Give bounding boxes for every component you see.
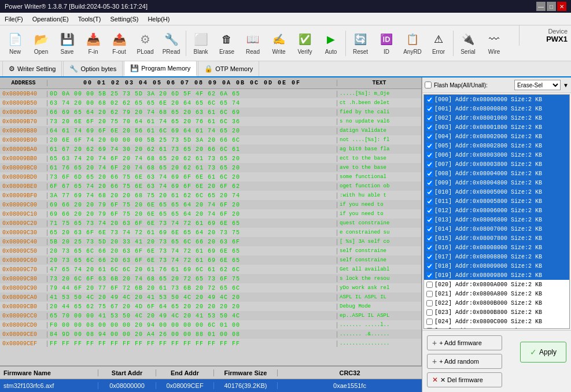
tb-write-button[interactable]: ✍ Write <box>266 28 292 59</box>
titlebar: Power Writer® 1.3.8.7 [Build:2024-05-30 … <box>0 0 571 13</box>
flash-list: [000] Addr:0x08000000 Size:2 KB [001] Ad… <box>423 94 570 329</box>
hex-row: 0x08009B90 20 6E 6F 74 20 00 00 00 5B 25… <box>0 135 421 145</box>
tb-verify-button[interactable]: ✅ Verify <box>292 28 318 59</box>
flash-list-item[interactable]: [006] Addr:0x08003000 Size:2 KB <box>424 150 569 160</box>
tb-erase-label: Erase <box>219 49 234 55</box>
flash-list-item[interactable]: [020] Addr:0x0800A000 Size:2 KB <box>424 280 569 289</box>
flash-list-item[interactable]: [010] Addr:0x08005000 Size:2 KB <box>424 187 569 197</box>
fw-header-name: Firmware Name <box>0 369 98 376</box>
tb-save-label: Save <box>61 49 74 55</box>
menu-tools[interactable]: Tools(T) <box>73 14 106 24</box>
flash-list-item[interactable]: [002] Addr:0x08001000 Size:2 KB <box>424 113 569 123</box>
flash-list-item[interactable]: [014] Addr:0x08007000 Size:2 KB <box>424 224 569 234</box>
tb-open-button[interactable]: 📂 Open <box>28 28 54 59</box>
flash-list-item[interactable]: [025] Addr:0x0800C800 Size:2 KB <box>424 326 569 329</box>
tab-writer-setting-label: Writer Setting <box>17 65 56 72</box>
id-icon: 🆔 <box>378 31 395 47</box>
fw-row-crc: 0xae1551fc <box>278 382 422 389</box>
add-firmware-icon: + <box>432 338 437 347</box>
flash-list-item[interactable]: [009] Addr:0x08004800 Size:2 KB <box>424 178 569 187</box>
hex-row: 0x08009C00 69 66 20 20 79 6F 75 20 6E 65… <box>0 200 421 209</box>
flash-list-item[interactable]: [017] Addr:0x08008800 Size:2 KB <box>424 252 569 261</box>
toolbar-sep-2 <box>345 31 346 56</box>
add-firmware-label: + Add firmware <box>439 339 482 346</box>
hex-row: 0x08009C30 65 20 63 6F 6E 73 74 72 61 69… <box>0 228 421 237</box>
close-button[interactable]: ✕ <box>557 2 566 11</box>
flash-list-item[interactable]: [012] Addr:0x08006000 Size:2 KB <box>424 206 569 215</box>
flash-list-item[interactable]: [001] Addr:0x08000800 Size:2 KB <box>424 104 569 113</box>
writer-setting-icon: ⚙ <box>9 65 15 73</box>
hex-row: 0x08009C90 79 44 6F 20 77 6F 72 6B 20 61… <box>0 283 421 293</box>
tb-save-button[interactable]: 💾 Save <box>54 28 80 59</box>
add-random-button[interactable]: + + Add random <box>427 354 502 369</box>
flash-list-item[interactable]: [018] Addr:0x08009000 Size:2 KB <box>424 261 569 271</box>
tb-pload-button[interactable]: ⚙ PLoad <box>132 28 158 59</box>
flash-list-item[interactable]: [004] Addr:0x08002000 Size:2 KB <box>424 132 569 141</box>
del-firmware-button[interactable]: ✕ ✕ Del firmware <box>427 372 502 387</box>
tb-read-button[interactable]: 📖 Read <box>240 28 266 59</box>
tb-new-button[interactable]: 📄 New <box>2 28 28 59</box>
flash-list-item[interactable]: [000] Addr:0x08000000 Size:2 KB <box>424 95 569 104</box>
menu-operation[interactable]: Operation(E) <box>28 14 73 24</box>
flash-list-item[interactable]: [008] Addr:0x08004000 Size:2 KB <box>424 169 569 178</box>
tab-option-bytes[interactable]: 🔧 Option bytes <box>63 60 123 76</box>
tb-error-button[interactable]: ⚠ Error <box>426 28 451 59</box>
tb-blank-button[interactable]: ⬜ Blank <box>188 28 213 59</box>
tb-anyrd-label: AnyRD <box>403 49 422 55</box>
tb-auto-button[interactable]: ▶ Auto <box>318 28 344 59</box>
flash-list-item[interactable]: [015] Addr:0x08007800 Size:2 KB <box>424 234 569 243</box>
tab-writer-setting[interactable]: ⚙ Writer Setting <box>2 60 62 76</box>
flash-list-item[interactable]: [021] Addr:0x0800A800 Size:2 KB <box>424 289 569 298</box>
toolbar-sep-3 <box>453 31 454 56</box>
fw-row-end: 0x08009CEF <box>156 382 214 389</box>
hex-row: 0x08009B60 66 69 65 64 20 62 79 20 74 68… <box>0 108 421 117</box>
program-memory-icon: 💾 <box>130 64 139 72</box>
menu-file[interactable]: File(F) <box>0 14 28 24</box>
tb-auto-label: Auto <box>325 49 337 55</box>
reset-icon: 🔄 <box>352 31 369 47</box>
hex-row: 0x08009BC0 61 76 65 20 74 6F 20 74 68 65… <box>0 163 421 172</box>
hex-row: 0x08009BA0 61 67 20 62 69 74 30 20 62 61… <box>0 145 421 154</box>
tb-open-label: Open <box>34 49 48 55</box>
flash-map-dropdown[interactable]: Erase-Sel <box>514 80 561 90</box>
flash-list-item[interactable]: [007] Addr:0x08003800 Size:2 KB <box>424 160 569 169</box>
flash-map-checkbox[interactable] <box>425 82 432 88</box>
device-label: Device <box>523 28 568 35</box>
tb-pread-button[interactable]: 🔧 PRead <box>159 28 184 59</box>
flash-list-item[interactable]: [022] Addr:0x0800B000 Size:2 KB <box>424 298 569 308</box>
tb-id-button[interactable]: 🆔 ID <box>374 28 399 59</box>
menu-help[interactable]: Help(H) <box>143 14 174 24</box>
flash-list-item[interactable]: [003] Addr:0x08001800 Size:2 KB <box>424 123 569 132</box>
error-icon: ⚠ <box>430 31 447 47</box>
flash-list-item[interactable]: [023] Addr:0x0800B800 Size:2 KB <box>424 308 569 317</box>
menu-setting[interactable]: Setting(S) <box>106 14 143 24</box>
hex-row: 0x08009C70 47 65 74 20 61 6C 6C 20 61 76… <box>0 265 421 274</box>
tb-pread-label: PRead <box>163 49 180 55</box>
tb-fout-button[interactable]: 📤 F-out <box>106 28 132 59</box>
tab-otp-memory[interactable]: 🔒 OTP Memory <box>198 60 259 76</box>
tb-reset-button[interactable]: 🔄 Reset <box>348 28 373 59</box>
tb-wire-button[interactable]: 〰 Wire <box>481 28 507 59</box>
flash-list-item[interactable]: [019] Addr:0x08009800 Size:2 KB <box>424 271 569 280</box>
add-firmware-button[interactable]: + + Add firmware <box>427 335 502 350</box>
fout-icon: 📤 <box>111 31 127 47</box>
hex-row: 0x08009C20 71 75 65 73 74 20 63 6F 6E 73… <box>0 219 421 228</box>
tb-anyrd-button[interactable]: 📋 AnyRD <box>400 28 425 59</box>
firmware-table-row[interactable]: stm32f103rfc6.axf 0x08000000 0x08009CEF … <box>0 379 422 392</box>
tb-serial-button[interactable]: 🔌 Serial <box>455 28 481 59</box>
pread-icon: 🔧 <box>163 31 179 47</box>
flash-list-item[interactable]: [013] Addr:0x08006800 Size:2 KB <box>424 215 569 224</box>
hex-viewer: ADDRESS 00 01 02 03 04 05 06 07 08 09 0A… <box>0 77 422 365</box>
tab-program-memory[interactable]: 💾 Program Memory <box>124 60 197 76</box>
minimize-button[interactable]: — <box>536 2 546 11</box>
fw-row-start: 0x08000000 <box>98 382 156 389</box>
maximize-button[interactable]: □ <box>547 2 556 11</box>
tb-fin-button[interactable]: 📥 F-in <box>80 28 106 59</box>
flash-list-item[interactable]: [011] Addr:0x08005800 Size:2 KB <box>424 197 569 206</box>
flash-list-item[interactable]: [005] Addr:0x08002800 Size:2 KB <box>424 141 569 150</box>
apply-button[interactable]: ✓ Apply <box>520 342 566 363</box>
flash-list-item[interactable]: [016] Addr:0x08008000 Size:2 KB <box>424 243 569 252</box>
tb-id-label: ID <box>384 49 389 55</box>
tb-erase-button[interactable]: 🗑 Erase <box>214 28 240 59</box>
flash-list-item[interactable]: [024] Addr:0x0800C000 Size:2 KB <box>424 317 569 326</box>
